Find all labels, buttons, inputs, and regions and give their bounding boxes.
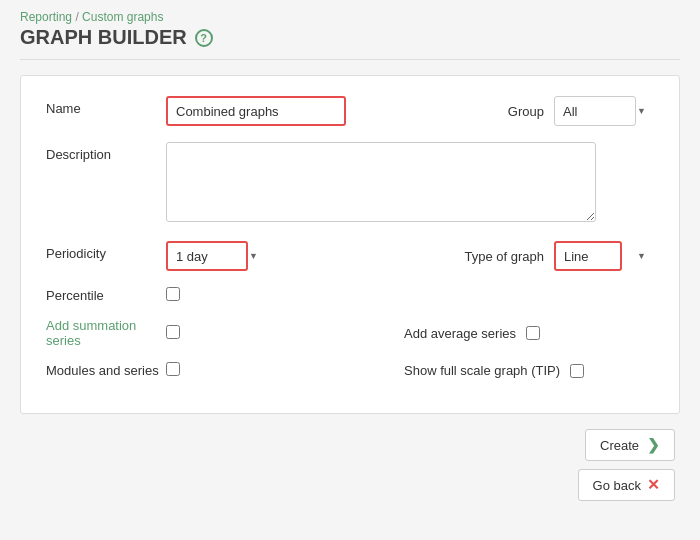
group-select[interactable]: All Group1 Group2 xyxy=(554,96,636,126)
summation-control xyxy=(166,325,374,342)
page-title: GRAPH BUILDER xyxy=(20,26,187,49)
create-button[interactable]: Create ❯ xyxy=(585,429,675,461)
create-icon: ❯ xyxy=(647,436,660,454)
modules-checkbox[interactable] xyxy=(166,362,180,376)
group-section: Group All Group1 Group2 xyxy=(508,96,654,126)
help-icon[interactable]: ? xyxy=(195,29,213,47)
average-label: Add average series xyxy=(404,326,516,341)
periodicity-select-wrapper: 1 day 1 hour 1 week xyxy=(166,241,266,271)
average-checkbox[interactable] xyxy=(526,326,540,340)
description-textarea[interactable] xyxy=(166,142,596,222)
description-label: Description xyxy=(46,142,166,162)
average-section: Add average series xyxy=(404,326,654,341)
breadcrumb-current[interactable]: Custom graphs xyxy=(82,10,163,24)
fullscale-checkbox[interactable] xyxy=(570,364,584,378)
go-back-label: Go back xyxy=(593,478,641,493)
modules-control xyxy=(166,362,374,379)
create-label: Create xyxy=(600,438,639,453)
breadcrumb-separator: / xyxy=(75,10,78,24)
breadcrumb: Reporting / Custom graphs xyxy=(20,10,680,24)
periodicity-label: Periodicity xyxy=(46,241,166,261)
go-back-icon: ✕ xyxy=(647,476,660,494)
go-back-button[interactable]: Go back ✕ xyxy=(578,469,675,501)
title-divider xyxy=(20,59,680,60)
summation-label[interactable]: Add summation series xyxy=(46,318,166,348)
form-card: Name Group All Group1 Group2 Description xyxy=(20,75,680,414)
periodicity-select[interactable]: 1 day 1 hour 1 week xyxy=(166,241,248,271)
description-control xyxy=(166,142,654,225)
percentile-control xyxy=(166,287,654,304)
group-label: Group xyxy=(508,104,544,119)
type-graph-select-wrapper: Line Bar Area xyxy=(554,241,654,271)
summation-checkbox[interactable] xyxy=(166,325,180,339)
name-label: Name xyxy=(46,96,166,116)
type-graph-select[interactable]: Line Bar Area xyxy=(554,241,622,271)
modules-label: Modules and series xyxy=(46,363,166,378)
buttons-area: Create ❯ Go back ✕ xyxy=(20,429,680,501)
periodicity-control: 1 day 1 hour 1 week xyxy=(166,241,435,271)
modules-fullscale-row: Modules and series Show full scale graph… xyxy=(46,362,654,379)
page-title-row: GRAPH BUILDER ? xyxy=(20,26,680,49)
type-graph-label: Type of graph xyxy=(465,249,545,264)
breadcrumb-parent[interactable]: Reporting xyxy=(20,10,72,24)
type-graph-section: Type of graph Line Bar Area xyxy=(465,241,655,271)
name-input[interactable] xyxy=(166,96,346,126)
group-select-wrapper: All Group1 Group2 xyxy=(554,96,654,126)
name-group-row: Name Group All Group1 Group2 xyxy=(46,96,654,126)
fullscale-section: Show full scale graph (TIP) xyxy=(404,363,654,378)
name-control xyxy=(166,96,478,126)
percentile-row: Percentile xyxy=(46,287,654,304)
description-row: Description xyxy=(46,142,654,225)
percentile-checkbox[interactable] xyxy=(166,287,180,301)
summation-average-row: Add summation series Add average series xyxy=(46,318,654,348)
percentile-label: Percentile xyxy=(46,288,166,303)
periodicity-type-row: Periodicity 1 day 1 hour 1 week Type of … xyxy=(46,241,654,271)
fullscale-label: Show full scale graph (TIP) xyxy=(404,363,560,378)
